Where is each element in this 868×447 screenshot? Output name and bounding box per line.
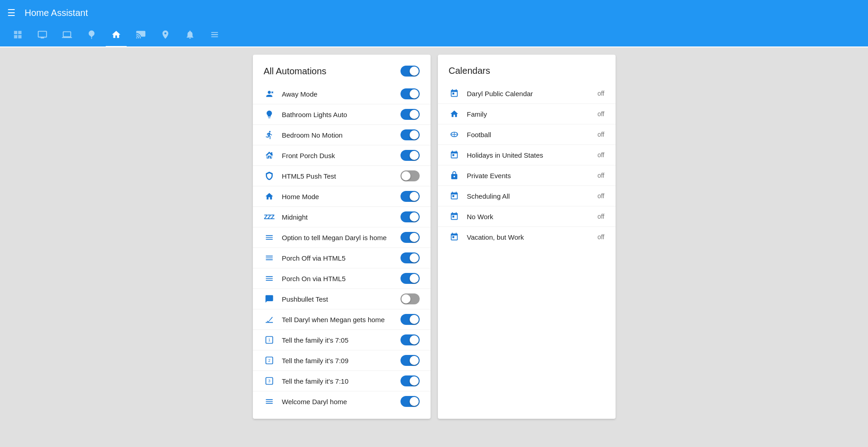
- automation-midnight: ZZZ Midnight: [253, 207, 431, 227]
- bathroom-lights-toggle[interactable]: [401, 109, 420, 120]
- porch-off-toggle[interactable]: [401, 252, 420, 263]
- midnight-toggle[interactable]: [401, 211, 420, 222]
- front-porch-toggle[interactable]: [401, 150, 420, 161]
- home-mode-label: Home Mode: [282, 193, 393, 200]
- calendar-daryl-public: Daryl Public Calendar off: [438, 83, 616, 104]
- automation-home-mode: Home Mode: [253, 186, 431, 207]
- calendars-header: Calendars: [438, 62, 616, 83]
- home-mode-toggle[interactable]: [401, 191, 420, 202]
- scheduling-status: off: [597, 192, 604, 200]
- calendar-icon-daryl: [449, 88, 460, 99]
- nav-home[interactable]: [106, 26, 127, 47]
- porch-on-toggle[interactable]: [401, 273, 420, 284]
- html5-push-icon: [264, 170, 275, 181]
- calendar-icon-family: [449, 108, 460, 119]
- calendar-icon-private: [449, 170, 460, 181]
- nav-map[interactable]: [155, 26, 176, 46]
- automation-away-mode: Away Mode: [253, 84, 431, 104]
- football-label: Football: [467, 131, 591, 139]
- home-mode-icon: [264, 191, 275, 202]
- welcome-daryl-icon: [264, 396, 275, 407]
- private-label: Private Events: [467, 172, 591, 180]
- tell-daryl-toggle[interactable]: [401, 314, 420, 325]
- bedroom-motion-label: Bedroom No Motion: [282, 131, 393, 139]
- automation-family-705: 1 Tell the family it's 7:05: [253, 330, 431, 350]
- calendars-card: Calendars Daryl Public Calendar off Fami…: [438, 55, 616, 419]
- tell-megan-toggle[interactable]: [401, 232, 420, 243]
- calendar-football: Football off: [438, 124, 616, 145]
- family-705-toggle[interactable]: [401, 334, 420, 345]
- automations-title: All Automations: [264, 66, 327, 77]
- bedroom-motion-icon: [264, 129, 275, 140]
- family-710-toggle[interactable]: [401, 375, 420, 386]
- midnight-icon: ZZZ: [264, 211, 275, 222]
- family-705-label: Tell the family it's 7:05: [282, 336, 393, 344]
- porch-off-icon: [264, 252, 275, 263]
- holidays-label: Holidays in United States: [467, 151, 591, 159]
- svg-text:3: 3: [268, 379, 270, 383]
- calendar-scheduling: Scheduling All off: [438, 186, 616, 206]
- calendar-icon-holidays: [449, 149, 460, 160]
- scheduling-label: Scheduling All: [467, 192, 591, 200]
- automations-master-toggle[interactable]: [401, 66, 420, 77]
- calendar-private: Private Events off: [438, 165, 616, 186]
- nav-pc[interactable]: [56, 26, 77, 46]
- family-710-icon: 3: [264, 375, 275, 386]
- nav-weather[interactable]: [81, 26, 102, 46]
- tell-daryl-icon: [264, 314, 275, 325]
- automation-porch-on: Porch On via HTML5: [253, 268, 431, 289]
- calendar-icon-no-work: [449, 211, 460, 222]
- porch-on-label: Porch On via HTML5: [282, 275, 393, 283]
- nav-media[interactable]: [32, 26, 53, 46]
- daryl-public-status: off: [597, 90, 604, 97]
- nav-more[interactable]: [204, 26, 225, 46]
- front-porch-icon: [264, 150, 275, 161]
- family-709-toggle[interactable]: [401, 355, 420, 366]
- tell-daryl-label: Tell Daryl when Megan gets home: [282, 316, 393, 324]
- football-status: off: [597, 131, 604, 138]
- family-705-icon: 1: [264, 334, 275, 345]
- family-label: Family: [467, 110, 591, 118]
- tell-megan-icon: [264, 232, 275, 243]
- automation-pushbullet: Pushbullet Test: [253, 289, 431, 309]
- porch-on-icon: [264, 273, 275, 284]
- family-709-label: Tell the family it's 7:09: [282, 357, 393, 365]
- welcome-daryl-toggle[interactable]: [401, 396, 420, 407]
- pushbullet-icon: [264, 293, 275, 304]
- automation-tell-megan: Option to tell Megan Daryl is home: [253, 227, 431, 248]
- nav-cast[interactable]: [130, 26, 151, 46]
- nav-notifications[interactable]: [180, 26, 200, 46]
- vacation-label: Vacation, but Work: [467, 233, 591, 241]
- family-710-label: Tell the family it's 7:10: [282, 377, 393, 385]
- automation-family-709: 2 Tell the family it's 7:09: [253, 350, 431, 371]
- automation-bedroom-motion: Bedroom No Motion: [253, 125, 431, 145]
- bedroom-motion-toggle[interactable]: [401, 129, 420, 140]
- away-mode-toggle[interactable]: [401, 88, 420, 99]
- html5-push-toggle[interactable]: [401, 170, 420, 181]
- automation-tell-daryl: Tell Daryl when Megan gets home: [253, 309, 431, 330]
- daryl-public-label: Daryl Public Calendar: [467, 90, 591, 98]
- calendar-holidays: Holidays in United States off: [438, 145, 616, 165]
- calendar-icon-football: [449, 129, 460, 140]
- calendar-icon-vacation: [449, 231, 460, 242]
- vacation-status: off: [597, 233, 604, 241]
- navbar: [0, 26, 868, 47]
- app-title: Home Assistant: [25, 8, 88, 18]
- automation-porch-off: Porch Off via HTML5: [253, 248, 431, 268]
- holidays-status: off: [597, 151, 604, 159]
- automation-bathroom-lights: Bathroom Lights Auto: [253, 104, 431, 125]
- automations-header: All Automations: [253, 62, 431, 84]
- automation-welcome-daryl: Welcome Daryl home: [253, 391, 431, 411]
- front-porch-label: Front Porch Dusk: [282, 152, 393, 159]
- nav-overview[interactable]: [7, 26, 28, 46]
- private-status: off: [597, 172, 604, 179]
- pushbullet-toggle[interactable]: [401, 293, 420, 304]
- menu-icon[interactable]: ☰: [7, 7, 15, 18]
- html5-push-label: HTML5 Push Test: [282, 172, 393, 180]
- away-mode-label: Away Mode: [282, 90, 393, 98]
- pushbullet-label: Pushbullet Test: [282, 295, 393, 303]
- no-work-status: off: [597, 213, 604, 220]
- svg-text:1: 1: [268, 338, 270, 342]
- bathroom-lights-label: Bathroom Lights Auto: [282, 111, 393, 118]
- calendar-icon-scheduling: [449, 190, 460, 201]
